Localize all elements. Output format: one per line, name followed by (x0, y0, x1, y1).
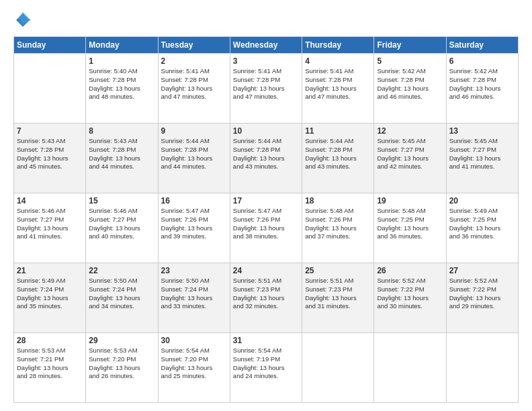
calendar-cell (446, 333, 518, 403)
page: SundayMondayTuesdayWednesdayThursdayFrid… (0, 0, 532, 411)
calendar-cell: 26Sunrise: 5:52 AM Sunset: 7:22 PM Dayli… (374, 263, 446, 333)
day-number: 7 (17, 126, 83, 136)
calendar-cell (374, 333, 446, 403)
calendar-week-row: 14Sunrise: 5:46 AM Sunset: 7:27 PM Dayli… (14, 193, 519, 263)
day-info: Sunrise: 5:41 AM Sunset: 7:28 PM Dayligh… (161, 67, 227, 101)
day-info: Sunrise: 5:53 AM Sunset: 7:21 PM Dayligh… (17, 347, 83, 381)
calendar-cell: 25Sunrise: 5:51 AM Sunset: 7:23 PM Dayli… (302, 263, 374, 333)
day-info: Sunrise: 5:40 AM Sunset: 7:28 PM Dayligh… (89, 67, 154, 101)
calendar-cell: 20Sunrise: 5:49 AM Sunset: 7:25 PM Dayli… (446, 193, 518, 263)
calendar-cell: 11Sunrise: 5:44 AM Sunset: 7:28 PM Dayli… (302, 124, 374, 193)
day-number: 6 (449, 56, 515, 66)
calendar-cell: 27Sunrise: 5:52 AM Sunset: 7:22 PM Dayli… (446, 263, 518, 333)
weekday-row: SundayMondayTuesdayWednesdayThursdayFrid… (14, 37, 519, 54)
day-number: 29 (89, 336, 154, 345)
calendar-cell: 28Sunrise: 5:53 AM Sunset: 7:21 PM Dayli… (14, 333, 86, 403)
day-info: Sunrise: 5:48 AM Sunset: 7:26 PM Dayligh… (305, 207, 371, 241)
weekday-header: Wednesday (230, 37, 302, 54)
day-number: 21 (17, 266, 83, 275)
day-info: Sunrise: 5:44 AM Sunset: 7:28 PM Dayligh… (233, 137, 299, 171)
day-number: 4 (305, 56, 371, 66)
day-info: Sunrise: 5:46 AM Sunset: 7:27 PM Dayligh… (17, 207, 83, 241)
day-info: Sunrise: 5:53 AM Sunset: 7:20 PM Dayligh… (89, 347, 154, 381)
calendar-cell: 30Sunrise: 5:54 AM Sunset: 7:20 PM Dayli… (158, 333, 230, 403)
day-info: Sunrise: 5:50 AM Sunset: 7:24 PM Dayligh… (161, 277, 227, 311)
day-number: 9 (161, 126, 227, 136)
calendar-cell: 6Sunrise: 5:42 AM Sunset: 7:28 PM Daylig… (446, 54, 518, 124)
day-info: Sunrise: 5:52 AM Sunset: 7:22 PM Dayligh… (377, 277, 443, 311)
day-number: 3 (233, 56, 299, 66)
day-number: 23 (161, 266, 227, 275)
day-number: 16 (161, 196, 227, 205)
calendar-week-row: 1Sunrise: 5:40 AM Sunset: 7:28 PM Daylig… (14, 54, 519, 124)
day-number: 1 (89, 56, 154, 66)
day-info: Sunrise: 5:47 AM Sunset: 7:26 PM Dayligh… (161, 207, 227, 241)
calendar-cell: 17Sunrise: 5:47 AM Sunset: 7:26 PM Dayli… (230, 193, 302, 263)
calendar-week-row: 7Sunrise: 5:43 AM Sunset: 7:28 PM Daylig… (14, 124, 519, 193)
calendar-cell: 10Sunrise: 5:44 AM Sunset: 7:28 PM Dayli… (230, 124, 302, 193)
calendar-body: 1Sunrise: 5:40 AM Sunset: 7:28 PM Daylig… (14, 54, 519, 403)
day-number: 14 (17, 196, 83, 205)
day-info: Sunrise: 5:50 AM Sunset: 7:24 PM Dayligh… (89, 277, 154, 311)
weekday-header: Saturday (446, 37, 518, 54)
calendar-cell: 3Sunrise: 5:41 AM Sunset: 7:28 PM Daylig… (230, 54, 302, 124)
day-info: Sunrise: 5:47 AM Sunset: 7:26 PM Dayligh… (233, 207, 299, 241)
calendar-cell: 7Sunrise: 5:43 AM Sunset: 7:28 PM Daylig… (14, 124, 86, 193)
weekday-header: Thursday (302, 37, 374, 54)
day-info: Sunrise: 5:44 AM Sunset: 7:28 PM Dayligh… (161, 137, 227, 171)
day-number: 10 (233, 126, 299, 136)
weekday-header: Monday (86, 37, 158, 54)
day-info: Sunrise: 5:42 AM Sunset: 7:28 PM Dayligh… (377, 67, 443, 101)
header (13, 11, 519, 30)
day-info: Sunrise: 5:49 AM Sunset: 7:24 PM Dayligh… (17, 277, 83, 311)
calendar-cell: 9Sunrise: 5:44 AM Sunset: 7:28 PM Daylig… (158, 124, 230, 193)
calendar-cell: 15Sunrise: 5:46 AM Sunset: 7:27 PM Dayli… (86, 193, 158, 263)
day-info: Sunrise: 5:45 AM Sunset: 7:27 PM Dayligh… (449, 137, 515, 171)
calendar-cell (302, 333, 374, 403)
calendar-cell: 14Sunrise: 5:46 AM Sunset: 7:27 PM Dayli… (14, 193, 86, 263)
calendar-cell: 13Sunrise: 5:45 AM Sunset: 7:27 PM Dayli… (446, 124, 518, 193)
calendar-cell (14, 54, 86, 124)
calendar-week-row: 28Sunrise: 5:53 AM Sunset: 7:21 PM Dayli… (14, 333, 519, 403)
calendar-cell: 1Sunrise: 5:40 AM Sunset: 7:28 PM Daylig… (86, 54, 158, 124)
calendar-cell: 29Sunrise: 5:53 AM Sunset: 7:20 PM Dayli… (86, 333, 158, 403)
day-info: Sunrise: 5:54 AM Sunset: 7:19 PM Dayligh… (233, 347, 299, 381)
calendar-cell: 24Sunrise: 5:51 AM Sunset: 7:23 PM Dayli… (230, 263, 302, 333)
calendar-week-row: 21Sunrise: 5:49 AM Sunset: 7:24 PM Dayli… (14, 263, 519, 333)
day-number: 26 (377, 266, 443, 275)
calendar-cell: 19Sunrise: 5:48 AM Sunset: 7:25 PM Dayli… (374, 193, 446, 263)
day-info: Sunrise: 5:51 AM Sunset: 7:23 PM Dayligh… (305, 277, 371, 311)
day-info: Sunrise: 5:46 AM Sunset: 7:27 PM Dayligh… (89, 207, 154, 241)
day-info: Sunrise: 5:54 AM Sunset: 7:20 PM Dayligh… (161, 347, 227, 381)
calendar-cell: 18Sunrise: 5:48 AM Sunset: 7:26 PM Dayli… (302, 193, 374, 263)
day-number: 31 (233, 336, 299, 345)
day-info: Sunrise: 5:51 AM Sunset: 7:23 PM Dayligh… (233, 277, 299, 311)
day-number: 30 (161, 336, 227, 345)
day-number: 28 (17, 336, 83, 345)
day-number: 18 (305, 196, 371, 205)
calendar-header: SundayMondayTuesdayWednesdayThursdayFrid… (14, 37, 519, 54)
day-info: Sunrise: 5:48 AM Sunset: 7:25 PM Dayligh… (377, 207, 443, 241)
day-number: 19 (377, 196, 443, 205)
day-info: Sunrise: 5:41 AM Sunset: 7:28 PM Dayligh… (305, 67, 371, 101)
calendar-cell: 22Sunrise: 5:50 AM Sunset: 7:24 PM Dayli… (86, 263, 158, 333)
calendar-cell: 4Sunrise: 5:41 AM Sunset: 7:28 PM Daylig… (302, 54, 374, 124)
day-info: Sunrise: 5:49 AM Sunset: 7:25 PM Dayligh… (449, 207, 515, 241)
calendar-cell: 23Sunrise: 5:50 AM Sunset: 7:24 PM Dayli… (158, 263, 230, 333)
day-info: Sunrise: 5:45 AM Sunset: 7:27 PM Dayligh… (377, 137, 443, 171)
day-number: 8 (89, 126, 154, 136)
day-number: 12 (377, 126, 443, 136)
day-info: Sunrise: 5:42 AM Sunset: 7:28 PM Dayligh… (449, 67, 515, 101)
calendar-cell: 2Sunrise: 5:41 AM Sunset: 7:28 PM Daylig… (158, 54, 230, 124)
calendar-cell: 8Sunrise: 5:43 AM Sunset: 7:28 PM Daylig… (86, 124, 158, 193)
day-number: 17 (233, 196, 299, 205)
day-info: Sunrise: 5:44 AM Sunset: 7:28 PM Dayligh… (305, 137, 371, 171)
day-info: Sunrise: 5:43 AM Sunset: 7:28 PM Dayligh… (89, 137, 154, 171)
calendar-cell: 5Sunrise: 5:42 AM Sunset: 7:28 PM Daylig… (374, 54, 446, 124)
day-info: Sunrise: 5:41 AM Sunset: 7:28 PM Dayligh… (233, 67, 299, 101)
day-number: 27 (449, 266, 515, 275)
day-number: 13 (449, 126, 515, 136)
weekday-header: Sunday (14, 37, 86, 54)
day-number: 20 (449, 196, 515, 205)
day-number: 25 (305, 266, 371, 275)
